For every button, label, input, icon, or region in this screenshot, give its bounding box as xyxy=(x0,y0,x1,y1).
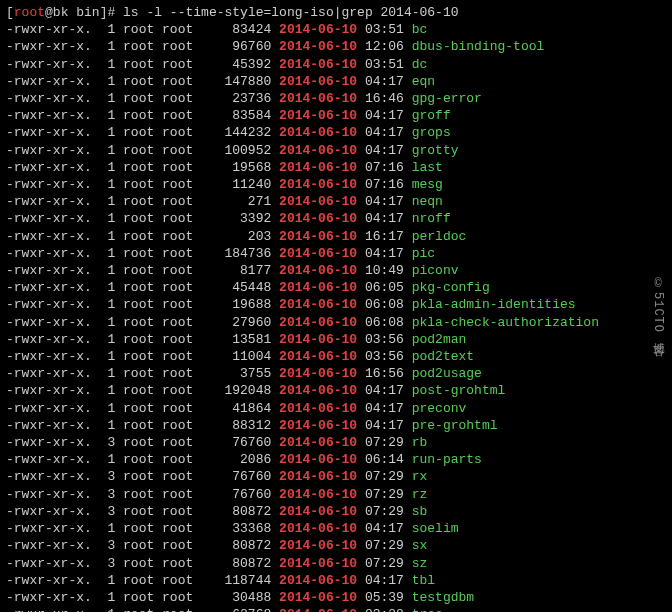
time: 03:56 xyxy=(357,349,412,364)
group: root xyxy=(162,160,201,175)
perms: -rwxr-xr-x. xyxy=(6,91,100,106)
group: root xyxy=(162,487,201,502)
date: 2014-06-10 xyxy=(279,573,357,588)
owner: root xyxy=(123,573,162,588)
perms: -rwxr-xr-x. xyxy=(6,263,100,278)
group: root xyxy=(162,246,201,261)
group: root xyxy=(162,607,201,612)
owner: root xyxy=(123,590,162,605)
time: 04:17 xyxy=(357,74,412,89)
filename: pod2usage xyxy=(412,366,482,381)
filename: perldoc xyxy=(412,229,467,244)
date: 2014-06-10 xyxy=(279,452,357,467)
owner: root xyxy=(123,211,162,226)
size: 271 xyxy=(201,194,279,209)
date: 2014-06-10 xyxy=(279,538,357,553)
group: root xyxy=(162,280,201,295)
group: root xyxy=(162,39,201,54)
filename: tree xyxy=(412,607,443,612)
group: root xyxy=(162,22,201,37)
time: 04:17 xyxy=(357,143,412,158)
owner: root xyxy=(123,143,162,158)
perms: -rwxr-xr-x. xyxy=(6,538,100,553)
group: root xyxy=(162,315,201,330)
links: 1 xyxy=(100,143,123,158)
ls-row: -rwxr-xr-x. 1 root root 19688 2014-06-10… xyxy=(6,296,666,313)
size: 45392 xyxy=(201,57,279,72)
size: 144232 xyxy=(201,125,279,140)
links: 3 xyxy=(100,435,123,450)
date: 2014-06-10 xyxy=(279,125,357,140)
owner: root xyxy=(123,22,162,37)
links: 1 xyxy=(100,521,123,536)
ls-row: -rwxr-xr-x. 1 root root 2086 2014-06-10 … xyxy=(6,451,666,468)
ls-row: -rwxr-xr-x. 1 root root 118744 2014-06-1… xyxy=(6,572,666,589)
size: 203 xyxy=(201,229,279,244)
time: 04:17 xyxy=(357,246,412,261)
size: 80872 xyxy=(201,556,279,571)
perms: -rwxr-xr-x. xyxy=(6,366,100,381)
size: 80872 xyxy=(201,504,279,519)
filename: groff xyxy=(412,108,451,123)
filename: rz xyxy=(412,487,428,502)
date: 2014-06-10 xyxy=(279,418,357,433)
group: root xyxy=(162,297,201,312)
owner: root xyxy=(123,297,162,312)
date: 2014-06-10 xyxy=(279,332,357,347)
perms: -rwxr-xr-x. xyxy=(6,74,100,89)
size: 83424 xyxy=(201,22,279,37)
time: 06:14 xyxy=(357,452,412,467)
time: 04:17 xyxy=(357,194,412,209)
time: 03:51 xyxy=(357,57,412,72)
date: 2014-06-10 xyxy=(279,366,357,381)
ls-row: -rwxr-xr-x. 1 root root 11004 2014-06-10… xyxy=(6,348,666,365)
date: 2014-06-10 xyxy=(279,315,357,330)
time: 05:39 xyxy=(357,590,412,605)
date: 2014-06-10 xyxy=(279,143,357,158)
date: 2014-06-10 xyxy=(279,246,357,261)
date: 2014-06-10 xyxy=(279,160,357,175)
links: 1 xyxy=(100,74,123,89)
owner: root xyxy=(123,418,162,433)
ls-row: -rwxr-xr-x. 1 root root 19568 2014-06-10… xyxy=(6,159,666,176)
date: 2014-06-10 xyxy=(279,521,357,536)
links: 1 xyxy=(100,211,123,226)
group: root xyxy=(162,366,201,381)
perms: -rwxr-xr-x. xyxy=(6,160,100,175)
owner: root xyxy=(123,366,162,381)
date: 2014-06-10 xyxy=(279,194,357,209)
perms: -rwxr-xr-x. xyxy=(6,573,100,588)
date: 2014-06-10 xyxy=(279,556,357,571)
time: 06:05 xyxy=(357,280,412,295)
perms: -rwxr-xr-x. xyxy=(6,383,100,398)
terminal-output[interactable]: [root@bk bin]# ls -l --time-style=long-i… xyxy=(6,4,666,612)
ls-row: -rwxr-xr-x. 1 root root 3392 2014-06-10 … xyxy=(6,210,666,227)
time: 04:17 xyxy=(357,383,412,398)
time: 04:17 xyxy=(357,573,412,588)
ls-row: -rwxr-xr-x. 1 root root 30488 2014-06-10… xyxy=(6,589,666,606)
perms: -rwxr-xr-x. xyxy=(6,125,100,140)
owner: root xyxy=(123,91,162,106)
perms: -rwxr-xr-x. xyxy=(6,39,100,54)
perms: -rwxr-xr-x. xyxy=(6,349,100,364)
time: 16:46 xyxy=(357,91,412,106)
size: 88312 xyxy=(201,418,279,433)
links: 1 xyxy=(100,401,123,416)
group: root xyxy=(162,57,201,72)
group: root xyxy=(162,556,201,571)
date: 2014-06-10 xyxy=(279,607,357,612)
size: 41864 xyxy=(201,401,279,416)
date: 2014-06-10 xyxy=(279,263,357,278)
date: 2014-06-10 xyxy=(279,401,357,416)
links: 1 xyxy=(100,263,123,278)
filename: sb xyxy=(412,504,428,519)
owner: root xyxy=(123,160,162,175)
owner: root xyxy=(123,504,162,519)
group: root xyxy=(162,521,201,536)
date: 2014-06-10 xyxy=(279,383,357,398)
prompt-path: bin xyxy=(76,5,99,20)
time: 07:29 xyxy=(357,556,412,571)
time: 04:17 xyxy=(357,125,412,140)
size: 11240 xyxy=(201,177,279,192)
owner: root xyxy=(123,349,162,364)
